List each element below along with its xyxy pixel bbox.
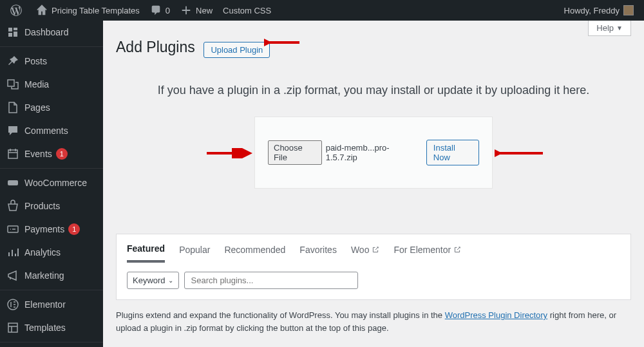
plugins-footer-text: Plugins extend and expand the functional… bbox=[116, 309, 631, 334]
plugin-filter-card: Featured Popular Recommended Favorites W… bbox=[116, 234, 631, 300]
sidebar-item-elementor[interactable]: Elementor bbox=[0, 290, 103, 316]
svg-rect-0 bbox=[8, 180, 18, 185]
sidebar-item-posts[interactable]: Posts bbox=[0, 46, 103, 73]
page-icon bbox=[6, 101, 19, 114]
tab-recommended[interactable]: Recommended bbox=[224, 245, 285, 261]
sidebar-item-appearance[interactable]: Appearance bbox=[0, 342, 103, 347]
sidebar-item-woocommerce[interactable]: WooCommerce bbox=[0, 168, 103, 194]
sidebar-item-pages[interactable]: Pages bbox=[0, 96, 103, 119]
search-type-select[interactable]: Keyword ⌄ bbox=[127, 272, 179, 289]
plugin-directory-link[interactable]: WordPress Plugin Directory bbox=[445, 310, 547, 320]
choose-file-button[interactable]: Choose File bbox=[268, 140, 322, 165]
custom-css-link[interactable]: Custom CSS bbox=[218, 0, 276, 21]
marketing-icon bbox=[6, 269, 19, 282]
sidebar-item-analytics[interactable]: Analytics bbox=[0, 241, 103, 264]
woo-icon bbox=[6, 176, 19, 189]
site-home[interactable]: Pricing Table Templates bbox=[31, 0, 145, 21]
site-title: Pricing Table Templates bbox=[52, 6, 140, 15]
sidebar-item-templates[interactable]: Templates bbox=[0, 316, 103, 339]
chevron-down-icon: ▼ bbox=[616, 24, 623, 32]
tab-woo[interactable]: Woo bbox=[351, 245, 380, 261]
main-content: Help ▼ Add Plugins Upload Plugin If you … bbox=[103, 21, 644, 347]
comments-link[interactable]: 0 bbox=[145, 0, 175, 21]
external-link-icon bbox=[372, 246, 379, 254]
chosen-file-name: paid-memb...pro-1.5.7.zip bbox=[326, 143, 416, 162]
upload-description: If you have a plugin in a .zip format, y… bbox=[116, 84, 631, 97]
tab-featured[interactable]: Featured bbox=[127, 243, 165, 263]
new-label: New bbox=[196, 6, 213, 15]
comment-icon bbox=[150, 5, 162, 16]
tab-for-elementor[interactable]: For Elementor bbox=[393, 245, 461, 261]
dashboard-icon bbox=[6, 26, 19, 39]
payments-badge: 1 bbox=[68, 223, 80, 235]
page-title: Add Plugins bbox=[116, 39, 195, 56]
analytics-icon bbox=[6, 246, 19, 259]
elementor-icon bbox=[6, 298, 19, 311]
sidebar-item-events[interactable]: Events 1 bbox=[0, 142, 103, 165]
comment-icon bbox=[6, 124, 19, 137]
admin-sidebar: Dashboard Posts Media Pages Comments Eve… bbox=[0, 21, 103, 347]
admin-bar: Pricing Table Templates 0 New Custom CSS… bbox=[0, 0, 644, 21]
sidebar-item-products[interactable]: Products bbox=[0, 194, 103, 218]
sidebar-item-marketing[interactable]: Marketing bbox=[0, 264, 103, 287]
products-icon bbox=[6, 200, 19, 212]
pin-icon bbox=[6, 55, 19, 68]
help-tab[interactable]: Help ▼ bbox=[588, 21, 631, 36]
home-icon bbox=[36, 5, 48, 16]
comment-count: 0 bbox=[166, 6, 170, 15]
svg-point-2 bbox=[8, 299, 18, 310]
external-link-icon bbox=[453, 246, 461, 254]
chevron-down-icon: ⌄ bbox=[168, 277, 173, 284]
avatar bbox=[623, 5, 634, 15]
plus-icon bbox=[180, 5, 192, 16]
tab-favorites[interactable]: Favorites bbox=[299, 245, 337, 261]
filter-tabs: Featured Popular Recommended Favorites W… bbox=[127, 243, 620, 263]
calendar-icon bbox=[6, 147, 19, 160]
media-icon bbox=[6, 78, 19, 91]
events-badge: 1 bbox=[56, 148, 68, 160]
wp-logo[interactable] bbox=[5, 0, 31, 21]
tab-popular[interactable]: Popular bbox=[179, 245, 210, 261]
svg-rect-3 bbox=[8, 323, 17, 332]
upload-plugin-button[interactable]: Upload Plugin bbox=[204, 42, 270, 58]
payments-icon bbox=[6, 223, 19, 236]
new-content[interactable]: New bbox=[175, 0, 218, 21]
install-now-button[interactable]: Install Now bbox=[426, 140, 479, 165]
upload-form: Choose File paid-memb...pro-1.5.7.zip In… bbox=[254, 117, 493, 189]
my-account[interactable]: Howdy, Freddy bbox=[559, 0, 639, 21]
templates-icon bbox=[6, 321, 19, 334]
sidebar-item-dashboard[interactable]: Dashboard bbox=[0, 21, 103, 44]
search-row: Keyword ⌄ bbox=[127, 272, 620, 289]
sidebar-item-payments[interactable]: Payments 1 bbox=[0, 218, 103, 241]
search-plugins-input[interactable] bbox=[184, 272, 358, 289]
wordpress-icon bbox=[10, 5, 22, 16]
sidebar-item-comments[interactable]: Comments bbox=[0, 119, 103, 142]
sidebar-item-media[interactable]: Media bbox=[0, 73, 103, 96]
